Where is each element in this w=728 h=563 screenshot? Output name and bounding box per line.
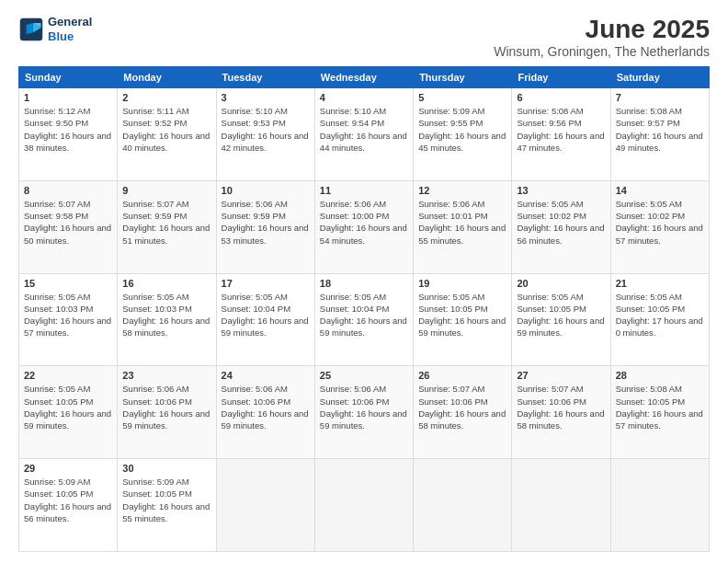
day-info: Sunrise: 5:08 AM Sunset: 10:05 PM Daylig… (616, 383, 704, 431)
day-number: 28 (616, 370, 704, 381)
day-number: 7 (616, 92, 704, 103)
logo-icon (18, 17, 44, 42)
day-info: Sunrise: 5:08 AM Sunset: 9:56 PM Dayligh… (517, 105, 605, 154)
table-row (314, 459, 413, 552)
day-info: Sunrise: 5:09 AM Sunset: 9:55 PM Dayligh… (418, 105, 506, 154)
header-tuesday: Tuesday (216, 67, 314, 88)
logo-text: General Blue (48, 15, 92, 43)
header-row: General Blue June 2025 Winsum, Groningen… (18, 15, 710, 59)
day-info: Sunrise: 5:07 AM Sunset: 10:06 PM Daylig… (517, 383, 605, 431)
title-block: June 2025 Winsum, Groningen, The Netherl… (494, 15, 710, 59)
header-sunday: Sunday (19, 67, 118, 88)
table-row: 27 Sunrise: 5:07 AM Sunset: 10:06 PM Day… (512, 366, 610, 459)
table-row: 19 Sunrise: 5:05 AM Sunset: 10:05 PM Day… (414, 273, 512, 366)
day-info: Sunrise: 5:10 AM Sunset: 9:54 PM Dayligh… (320, 105, 408, 154)
header-monday: Monday (118, 67, 216, 88)
day-number: 3 (222, 92, 310, 103)
subtitle: Winsum, Groningen, The Netherlands (494, 44, 710, 59)
table-row: 9 Sunrise: 5:07 AM Sunset: 9:59 PM Dayli… (118, 180, 216, 273)
day-info: Sunrise: 5:12 AM Sunset: 9:50 PM Dayligh… (24, 105, 112, 154)
day-info: Sunrise: 5:05 AM Sunset: 10:04 PM Daylig… (222, 291, 310, 339)
day-info: Sunrise: 5:05 AM Sunset: 10:05 PM Daylig… (616, 291, 704, 339)
table-row: 24 Sunrise: 5:06 AM Sunset: 10:06 PM Day… (216, 366, 314, 459)
day-number: 19 (418, 278, 506, 289)
table-row: 8 Sunrise: 5:07 AM Sunset: 9:58 PM Dayli… (19, 180, 118, 273)
day-number: 15 (24, 278, 112, 289)
table-row: 17 Sunrise: 5:05 AM Sunset: 10:04 PM Day… (216, 273, 314, 366)
table-row: 14 Sunrise: 5:05 AM Sunset: 10:02 PM Day… (610, 180, 709, 273)
calendar-header: Sunday Monday Tuesday Wednesday Thursday… (19, 67, 710, 88)
day-info: Sunrise: 5:05 AM Sunset: 10:02 PM Daylig… (616, 198, 704, 247)
day-number: 4 (320, 92, 408, 103)
logo-line1: General (48, 15, 92, 29)
header-thursday: Thursday (414, 67, 512, 88)
header-friday: Friday (512, 67, 610, 88)
table-row: 25 Sunrise: 5:06 AM Sunset: 10:06 PM Day… (314, 366, 413, 459)
calendar-week-5: 29 Sunrise: 5:09 AM Sunset: 10:05 PM Day… (19, 459, 710, 552)
day-number: 27 (517, 370, 605, 381)
table-row: 26 Sunrise: 5:07 AM Sunset: 10:06 PM Day… (414, 366, 512, 459)
day-info: Sunrise: 5:05 AM Sunset: 10:03 PM Daylig… (122, 291, 210, 339)
table-row: 1 Sunrise: 5:12 AM Sunset: 9:50 PM Dayli… (19, 88, 118, 181)
day-info: Sunrise: 5:06 AM Sunset: 10:06 PM Daylig… (222, 383, 310, 431)
day-info: Sunrise: 5:11 AM Sunset: 9:52 PM Dayligh… (122, 105, 210, 154)
table-row: 15 Sunrise: 5:05 AM Sunset: 10:03 PM Day… (19, 273, 118, 366)
table-row: 21 Sunrise: 5:05 AM Sunset: 10:05 PM Day… (610, 273, 709, 366)
table-row: 16 Sunrise: 5:05 AM Sunset: 10:03 PM Day… (118, 273, 216, 366)
calendar-week-2: 8 Sunrise: 5:07 AM Sunset: 9:58 PM Dayli… (19, 180, 710, 273)
day-number: 22 (24, 370, 112, 381)
logo: General Blue (18, 15, 92, 43)
main-title: June 2025 (494, 15, 710, 44)
day-number: 10 (222, 185, 310, 196)
header-row-days: Sunday Monday Tuesday Wednesday Thursday… (19, 67, 710, 88)
day-number: 13 (517, 185, 605, 196)
table-row: 3 Sunrise: 5:10 AM Sunset: 9:53 PM Dayli… (216, 88, 314, 181)
day-number: 8 (24, 185, 112, 196)
day-info: Sunrise: 5:05 AM Sunset: 10:03 PM Daylig… (24, 291, 112, 339)
day-info: Sunrise: 5:07 AM Sunset: 10:06 PM Daylig… (418, 383, 506, 431)
logo-line2: Blue (48, 29, 92, 44)
table-row: 18 Sunrise: 5:05 AM Sunset: 10:04 PM Day… (314, 273, 413, 366)
table-row: 12 Sunrise: 5:06 AM Sunset: 10:01 PM Day… (414, 180, 512, 273)
calendar-week-3: 15 Sunrise: 5:05 AM Sunset: 10:03 PM Day… (19, 273, 710, 366)
table-row: 29 Sunrise: 5:09 AM Sunset: 10:05 PM Day… (19, 459, 118, 552)
table-row (610, 459, 709, 552)
day-number: 30 (122, 463, 210, 474)
day-number: 1 (24, 92, 112, 103)
table-row (414, 459, 512, 552)
day-number: 23 (122, 370, 210, 381)
table-row: 23 Sunrise: 5:06 AM Sunset: 10:06 PM Day… (118, 366, 216, 459)
day-info: Sunrise: 5:08 AM Sunset: 9:57 PM Dayligh… (616, 105, 704, 154)
table-row: 30 Sunrise: 5:09 AM Sunset: 10:05 PM Day… (118, 459, 216, 552)
day-number: 25 (320, 370, 408, 381)
day-info: Sunrise: 5:06 AM Sunset: 10:00 PM Daylig… (320, 198, 408, 247)
table-row: 7 Sunrise: 5:08 AM Sunset: 9:57 PM Dayli… (610, 88, 709, 181)
table-row (512, 459, 610, 552)
svg-marker-3 (27, 23, 33, 34)
table-row: 10 Sunrise: 5:06 AM Sunset: 9:59 PM Dayl… (216, 180, 314, 273)
day-number: 6 (517, 92, 605, 103)
table-row: 28 Sunrise: 5:08 AM Sunset: 10:05 PM Day… (610, 366, 709, 459)
day-number: 29 (24, 463, 112, 474)
table-row: 5 Sunrise: 5:09 AM Sunset: 9:55 PM Dayli… (414, 88, 512, 181)
day-info: Sunrise: 5:06 AM Sunset: 10:01 PM Daylig… (418, 198, 506, 247)
day-info: Sunrise: 5:05 AM Sunset: 10:05 PM Daylig… (517, 291, 605, 339)
day-info: Sunrise: 5:05 AM Sunset: 10:04 PM Daylig… (320, 291, 408, 339)
day-number: 12 (418, 185, 506, 196)
day-number: 17 (222, 278, 310, 289)
day-number: 20 (517, 278, 605, 289)
day-info: Sunrise: 5:05 AM Sunset: 10:05 PM Daylig… (418, 291, 506, 339)
table-row (216, 459, 314, 552)
day-info: Sunrise: 5:05 AM Sunset: 10:05 PM Daylig… (24, 383, 112, 431)
calendar-week-1: 1 Sunrise: 5:12 AM Sunset: 9:50 PM Dayli… (19, 88, 710, 181)
day-number: 2 (122, 92, 210, 103)
day-info: Sunrise: 5:09 AM Sunset: 10:05 PM Daylig… (122, 476, 210, 524)
day-info: Sunrise: 5:07 AM Sunset: 9:59 PM Dayligh… (122, 198, 210, 247)
day-number: 16 (122, 278, 210, 289)
calendar-week-4: 22 Sunrise: 5:05 AM Sunset: 10:05 PM Day… (19, 366, 710, 459)
day-number: 18 (320, 278, 408, 289)
table-row: 20 Sunrise: 5:05 AM Sunset: 10:05 PM Day… (512, 273, 610, 366)
table-row: 6 Sunrise: 5:08 AM Sunset: 9:56 PM Dayli… (512, 88, 610, 181)
calendar-table: Sunday Monday Tuesday Wednesday Thursday… (18, 66, 710, 552)
table-row: 13 Sunrise: 5:05 AM Sunset: 10:02 PM Day… (512, 180, 610, 273)
